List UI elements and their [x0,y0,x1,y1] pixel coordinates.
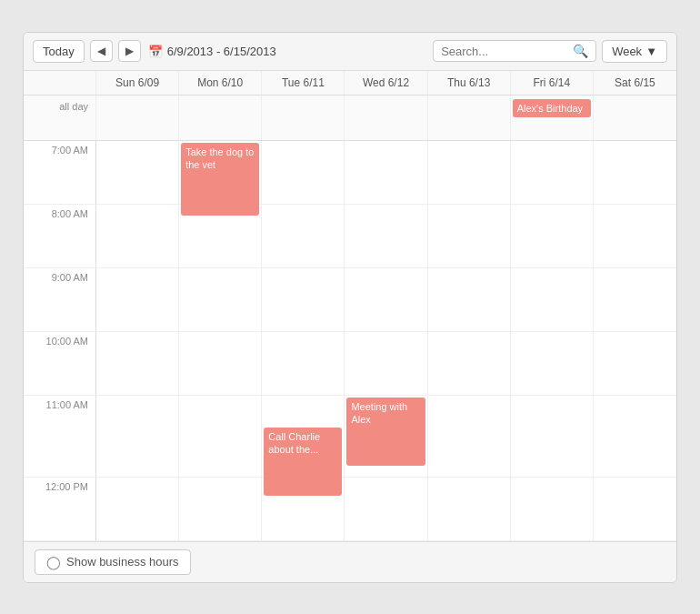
allday-mon[interactable] [179,96,262,140]
cell-7am-mon[interactable]: Take the dog to the vet [179,141,262,204]
event-alexs-birthday[interactable]: Alex's Birthday [513,99,591,117]
date-range-text: 6/9/2013 - 6/15/2013 [167,45,276,58]
cell-12pm-fri[interactable] [511,478,594,540]
search-input[interactable] [441,45,568,58]
cell-11am-thu[interactable] [428,396,511,477]
toolbar: Today ◀ ▶ 📅 6/9/2013 - 6/15/2013 🔍 Week … [24,33,676,71]
cell-9am-tue[interactable] [262,268,345,331]
time-label-9am: 9:00 AM [24,268,96,331]
cell-7am-thu[interactable] [428,141,511,204]
show-hours-label: Show business hours [66,555,179,569]
cell-9am-sat[interactable] [594,268,676,331]
cell-11am-wed[interactable]: Meeting with Alex [345,396,427,477]
allday-sun[interactable] [96,96,179,140]
cell-10am-fri[interactable] [511,332,594,395]
cell-8am-fri[interactable] [511,205,594,267]
cell-9am-mon[interactable] [179,268,262,331]
allday-row: all day Alex's Birthday [24,96,676,141]
time-label-12pm: 12:00 PM [24,478,96,540]
time-row-8am: 8:00 AM [24,205,676,268]
footer: ◯ Show business hours [24,541,676,582]
cell-10am-wed[interactable] [345,332,427,395]
time-label-10am: 10:00 AM [24,332,96,395]
cell-10am-sat[interactable] [594,332,676,395]
cell-8am-tue[interactable] [262,205,345,267]
event-meeting-alex[interactable]: Meeting with Alex [346,398,425,466]
cell-9am-thu[interactable] [428,268,511,331]
cell-9am-wed[interactable] [345,268,427,331]
next-button[interactable]: ▶ [118,40,141,62]
time-label-8am: 8:00 AM [24,205,96,267]
cell-8am-thu[interactable] [428,205,511,267]
header-thu: Thu 6/13 [428,71,511,95]
allday-thu[interactable] [428,96,511,140]
show-business-hours-button[interactable]: ◯ Show business hours [35,549,191,575]
cell-8am-wed[interactable] [345,205,427,267]
cell-12pm-sun[interactable] [96,478,179,540]
time-row-11am: 11:00 AM Call Charlie about the... Meeti… [24,396,676,478]
cell-9am-sun[interactable] [96,268,179,331]
cell-7am-sat[interactable] [594,141,676,204]
cell-10am-tue[interactable] [262,332,345,395]
clock-icon: ◯ [46,555,61,569]
search-box[interactable]: 🔍 [433,40,596,62]
time-label-11am: 11:00 AM [24,396,96,477]
allday-fri[interactable]: Alex's Birthday [511,96,594,140]
event-call-charlie[interactable]: Call Charlie about the... [264,428,342,496]
cell-11am-fri[interactable] [511,396,594,477]
header-wed: Wed 6/12 [345,71,427,95]
cell-10am-sun[interactable] [96,332,179,395]
header-tue: Tue 6/11 [262,71,345,95]
week-label: Week [612,45,642,58]
time-row-7am: 7:00 AM Take the dog to the vet [24,141,676,205]
cell-7am-fri[interactable] [511,141,594,204]
time-row-9am: 9:00 AM [24,268,676,332]
week-view-button[interactable]: Week ▼ [602,40,667,63]
cell-7am-wed[interactable] [345,141,427,204]
date-range: 📅 6/9/2013 - 6/15/2013 [148,45,276,58]
header-time-col [24,71,96,95]
cell-12pm-mon[interactable] [179,478,262,540]
cell-12pm-wed[interactable] [345,478,427,540]
cell-7am-tue[interactable] [262,141,345,204]
cell-9am-fri[interactable] [511,268,594,331]
cell-11am-mon[interactable] [179,396,262,477]
allday-wed[interactable] [345,96,427,140]
cell-8am-sun[interactable] [96,205,179,267]
allday-label: all day [24,96,96,140]
header-sat: Sat 6/15 [594,71,676,95]
cell-11am-sat[interactable] [594,396,676,477]
cell-8am-sat[interactable] [594,205,676,267]
today-button[interactable]: Today [33,40,85,63]
header-fri: Fri 6/14 [511,71,594,95]
dropdown-arrow: ▼ [645,45,657,58]
calendar-container: Today ◀ ▶ 📅 6/9/2013 - 6/15/2013 🔍 Week … [23,32,677,583]
cell-12pm-thu[interactable] [428,478,511,540]
cell-11am-tue[interactable]: Call Charlie about the... [262,396,345,477]
allday-sat[interactable] [594,96,676,140]
cell-10am-thu[interactable] [428,332,511,395]
header-sun: Sun 6/09 [96,71,179,95]
cell-11am-sun[interactable] [96,396,179,477]
calendar-grid: Sun 6/09 Mon 6/10 Tue 6/11 Wed 6/12 Thu … [24,71,676,541]
calendar-icon: 📅 [148,45,163,58]
search-icon: 🔍 [573,44,588,58]
time-row-10am: 10:00 AM [24,332,676,396]
header-mon: Mon 6/10 [179,71,262,95]
cell-7am-sun[interactable] [96,141,179,204]
prev-button[interactable]: ◀ [90,40,113,62]
time-row-12pm: 12:00 PM [24,478,676,541]
grid-header: Sun 6/09 Mon 6/10 Tue 6/11 Wed 6/12 Thu … [24,71,676,96]
allday-tue[interactable] [262,96,345,140]
time-label-7am: 7:00 AM [24,141,96,204]
time-rows: 7:00 AM Take the dog to the vet 8:00 AM [24,141,676,541]
cell-10am-mon[interactable] [179,332,262,395]
event-take-dog[interactable]: Take the dog to the vet [181,143,259,216]
cell-12pm-sat[interactable] [594,478,676,540]
